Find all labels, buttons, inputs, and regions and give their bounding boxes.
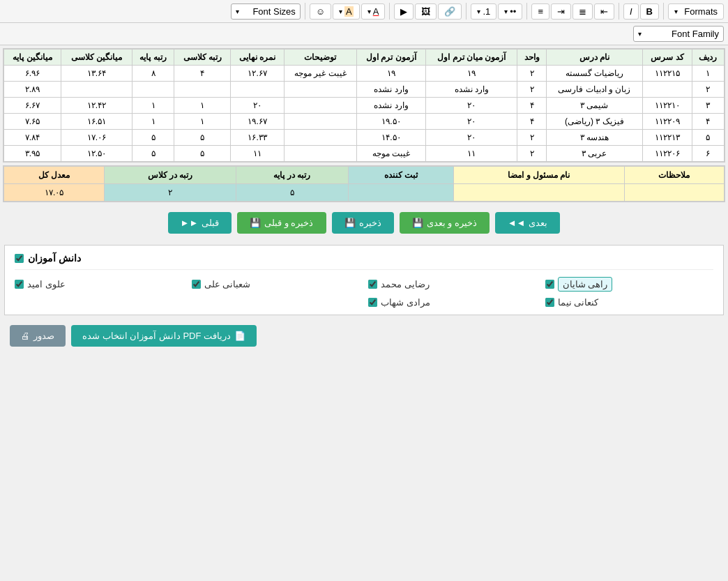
col-level-rank: رتبه پایه bbox=[132, 50, 174, 66]
student-name: راهی شایان bbox=[558, 277, 613, 292]
formats-button[interactable]: Formats ▾ bbox=[668, 3, 724, 20]
save-icon: 💾 bbox=[344, 218, 356, 228]
summary-table: ملاحظات نام مسئول و امضا ثبت کننده رتبه … bbox=[3, 166, 725, 202]
emoji-button[interactable]: ☺ bbox=[310, 3, 331, 20]
bg-color-button[interactable]: A ▾ bbox=[333, 3, 360, 20]
toolbar: Formats ▾ B I ⇤ ≣ ⇥ ≡ •• ▾ 1. bbox=[0, 0, 728, 23]
grades-table: ردیف کد سرس نام درس واحد آزمون میان ترم … bbox=[3, 49, 725, 162]
table-cell: وارد نشده bbox=[356, 82, 426, 98]
prev-label: قبلی bbox=[202, 218, 219, 228]
table-cell: زبان و ادبیات فارسی bbox=[546, 82, 642, 98]
table-row: ۶۱۱۲۲۰۶عربی ۳۲۱۱غیبت موجه۱۱۵۵۱۲.۵۰۳.۹۵ bbox=[4, 146, 725, 162]
student-checkbox[interactable] bbox=[368, 280, 377, 289]
bullet-list-icon: •• bbox=[510, 6, 516, 17]
cell-moalakhat bbox=[624, 184, 724, 202]
students-section: دانش آموزان راهی شایانرضایی محمدشعبانی ع… bbox=[4, 245, 724, 315]
table-row: ۴۱۱۲۲۰۹فیزیک ۳ (ریاضی)۴۲۰۱۹.۵۰۱۹.۶۷۱۱۱۶.… bbox=[4, 114, 725, 130]
summary-table-container: ملاحظات نام مسئول و امضا ثبت کننده رتبه … bbox=[3, 165, 725, 202]
align-right-button[interactable]: ⇥ bbox=[551, 3, 571, 20]
italic-button[interactable]: I bbox=[623, 3, 639, 20]
table-cell bbox=[285, 98, 356, 114]
prev-button[interactable]: قبلی ►► bbox=[168, 212, 232, 234]
link-button[interactable]: 🔗 bbox=[438, 3, 462, 20]
col-moaddal: معدل کل bbox=[4, 167, 105, 184]
next-button[interactable]: بعدی ◄◄ bbox=[495, 212, 561, 234]
table-cell bbox=[174, 82, 231, 98]
students-select-all-checkbox[interactable] bbox=[15, 254, 24, 263]
table-cell: ۲۰ bbox=[426, 114, 517, 130]
font-color-button[interactable]: A ▾ bbox=[361, 3, 386, 20]
student-item: شعبانی علی bbox=[192, 277, 361, 292]
table-cell bbox=[642, 82, 692, 98]
align-center-icon: ≣ bbox=[579, 6, 586, 17]
table-cell: ۶ bbox=[692, 146, 724, 162]
numbered-list-button[interactable]: 1. ▾ bbox=[471, 3, 496, 20]
bullet-list-button[interactable]: •• ▾ bbox=[498, 3, 522, 20]
media-icon: ▶ bbox=[400, 6, 407, 17]
table-cell: ۱۲.۴۲ bbox=[61, 98, 132, 114]
align-justify-icon: ≡ bbox=[538, 6, 543, 17]
student-checkbox[interactable] bbox=[368, 298, 377, 307]
student-checkbox[interactable] bbox=[15, 280, 24, 289]
separator-3 bbox=[526, 3, 527, 20]
cell-masool bbox=[453, 184, 624, 202]
table-cell: ۱۱۲۲۰۹ bbox=[642, 114, 692, 130]
student-checkbox[interactable] bbox=[545, 280, 554, 289]
col-radif: ردیف bbox=[692, 50, 724, 66]
table-cell: ۱۶.۳۳ bbox=[231, 130, 285, 146]
print-icon: 🖨 bbox=[21, 331, 30, 341]
table-cell: ۴ bbox=[692, 114, 724, 130]
align-left-button[interactable]: ⇤ bbox=[594, 3, 614, 20]
table-cell: ۱۹ bbox=[426, 66, 517, 82]
align-center-button[interactable]: ≣ bbox=[572, 3, 593, 20]
save-next-button[interactable]: ذخیره و بعدی 💾 bbox=[400, 212, 490, 234]
align-justify-button[interactable]: ≡ bbox=[531, 3, 549, 20]
formats-group: Formats ▾ bbox=[668, 3, 724, 20]
image-button[interactable]: 🖼 bbox=[415, 3, 437, 20]
table-cell: ۲ bbox=[692, 82, 724, 98]
table-row: ۵۱۱۲۲۱۳هندسه ۳۲۲۰۱۴.۵۰۱۶.۳۳۵۵۱۷.۰۶۷.۸۴ bbox=[4, 130, 725, 146]
font-sizes-select[interactable]: Font Sizes ▾ bbox=[231, 3, 301, 20]
students-header: دانش آموزان bbox=[15, 252, 713, 270]
cell-class-rank-s: ۲ bbox=[105, 184, 236, 202]
font-sizes-label: Font Sizes bbox=[252, 6, 295, 17]
table-header-row: ردیف کد سرس نام درس واحد آزمون میان ترم … bbox=[4, 50, 725, 66]
font-family-row: Font Family ▾ bbox=[0, 23, 728, 45]
table-cell: ۲ bbox=[517, 82, 546, 98]
student-checkbox[interactable] bbox=[545, 298, 554, 307]
color-group: A ▾ A ▾ ☺ bbox=[310, 3, 386, 20]
table-cell: هندسه ۳ bbox=[546, 130, 642, 146]
table-row: ۱۱۱۲۲۱۵ریاضیات گسسته۲۱۹۱۹غیبت غیر موجه۱۲… bbox=[4, 66, 725, 82]
student-item: راهی شایان bbox=[545, 277, 714, 292]
table-cell: ۴ bbox=[517, 114, 546, 130]
pdf-button[interactable]: 📄 دریافت PDF دانش آموزان انتخاب شده bbox=[71, 325, 257, 347]
col-final: نمره نهایی bbox=[231, 50, 285, 66]
student-checkbox[interactable] bbox=[192, 280, 201, 289]
bold-button[interactable]: B bbox=[640, 3, 659, 20]
col-level-avg: میانگین پایه bbox=[4, 50, 61, 66]
print-label: صدور bbox=[33, 331, 54, 341]
save-button[interactable]: ذخیره 💾 bbox=[332, 212, 394, 234]
table-cell: عربی ۳ bbox=[546, 146, 642, 162]
font-family-select[interactable]: Font Family ▾ bbox=[633, 26, 724, 42]
table-cell: ۱۷.۰۶ bbox=[61, 130, 132, 146]
save-label: ذخیره bbox=[359, 218, 381, 228]
link-icon: 🔗 bbox=[444, 6, 455, 17]
col-payeh-rank: رتبه در پایه bbox=[236, 167, 348, 184]
save-prev-button[interactable]: ذخیره و قبلی 💾 bbox=[237, 212, 326, 234]
table-cell: ۱۱ bbox=[426, 146, 517, 162]
table-cell: ۱ bbox=[174, 98, 231, 114]
table-cell: ۷.۶۵ bbox=[4, 114, 61, 130]
table-cell: غیبت موجه bbox=[356, 146, 426, 162]
table-cell: ۱ bbox=[174, 114, 231, 130]
separator-5 bbox=[389, 3, 390, 20]
table-cell: ۱۱۲۲۱۳ bbox=[642, 130, 692, 146]
table-cell: وارد نشده bbox=[426, 82, 517, 98]
table-cell: وارد نشده bbox=[356, 98, 426, 114]
table-cell: ۸ bbox=[132, 66, 174, 82]
numbered-list-icon: 1. bbox=[483, 6, 490, 17]
media-button[interactable]: ▶ bbox=[394, 3, 414, 20]
list-group: •• ▾ 1. ▾ bbox=[471, 3, 522, 20]
table-cell: فیزیک ۳ (ریاضی) bbox=[546, 114, 642, 130]
print-button[interactable]: صدور 🖨 bbox=[10, 325, 66, 347]
